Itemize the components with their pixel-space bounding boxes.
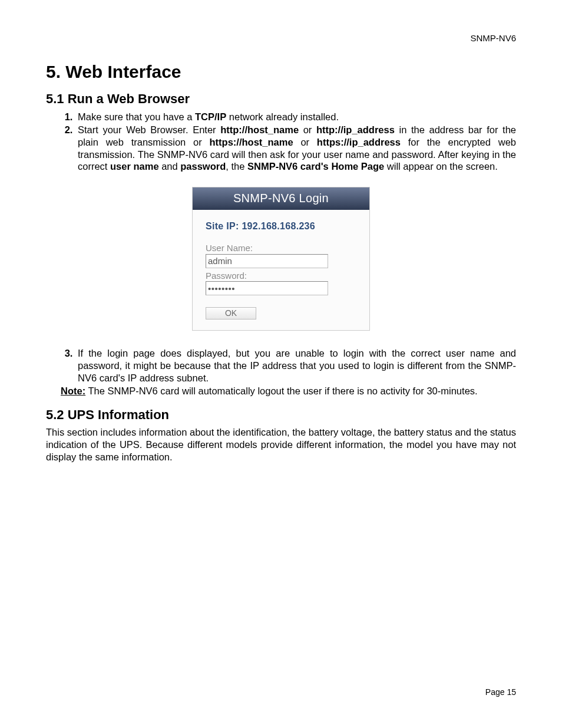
doc-header-id: SNMP-NV6	[46, 33, 516, 44]
ok-button[interactable]: OK	[206, 307, 256, 319]
login-title: SNMP-NV6 Login	[193, 187, 369, 210]
steps-list-cont: If the login page does displayed, but yo…	[75, 347, 516, 384]
note-text: The SNMP-NV6 card will automatically log…	[85, 386, 477, 396]
sec52-body: This section includes information about …	[46, 426, 516, 463]
h2-ups-information: 5.2 UPS Information	[46, 407, 516, 423]
s2-g: , the	[226, 161, 247, 172]
url-https-host: https://host_name	[210, 137, 293, 147]
password-input[interactable]	[206, 281, 328, 295]
bold-homepage: SNMP-NV6 card's Home Page	[247, 161, 384, 172]
s2-h: will appear on the screen.	[384, 161, 498, 172]
h1-web-interface: 5. Web Interface	[46, 61, 516, 83]
url-https-ip: https://ip_address	[317, 137, 401, 147]
s2-f: and	[159, 161, 181, 172]
s2-d: or	[293, 137, 317, 147]
step1-text-b: network already installed.	[226, 111, 339, 122]
username-label: User Name:	[206, 243, 356, 254]
note-label: Note:	[61, 386, 85, 396]
step1-text-a: Make sure that you have a	[78, 111, 195, 122]
site-ip-label: Site IP: 192.168.168.236	[206, 220, 356, 232]
steps-list: Make sure that you have a TCP/IP network…	[75, 111, 516, 173]
url-http-host: http://host_name	[220, 124, 299, 135]
login-body: Site IP: 192.168.168.236 User Name: Pass…	[193, 210, 369, 331]
login-screenshot-wrap: SNMP-NV6 Login Site IP: 192.168.168.236 …	[46, 187, 516, 331]
username-input[interactable]	[206, 254, 328, 268]
password-label: Password:	[206, 271, 356, 282]
step-1: Make sure that you have a TCP/IP network…	[75, 111, 516, 123]
tcpip-bold: TCP/IP	[195, 111, 226, 122]
login-box: SNMP-NV6 Login Site IP: 192.168.168.236 …	[192, 187, 370, 331]
step-2: Start your Web Browser. Enter http://hos…	[75, 124, 516, 173]
s2-a: Start your Web Browser. Enter	[78, 124, 220, 135]
page-number: Page 15	[485, 687, 516, 698]
s2-b: or	[299, 124, 316, 135]
step-3: If the login page does displayed, but yo…	[75, 347, 516, 384]
h2-run-web-browser: 5.1 Run a Web Browser	[46, 91, 516, 107]
bold-username: user name	[110, 161, 159, 172]
note-block: Note: The SNMP-NV6 card will automatical…	[61, 385, 516, 397]
bold-password: password	[180, 161, 226, 172]
url-http-ip: http://ip_address	[316, 124, 395, 135]
